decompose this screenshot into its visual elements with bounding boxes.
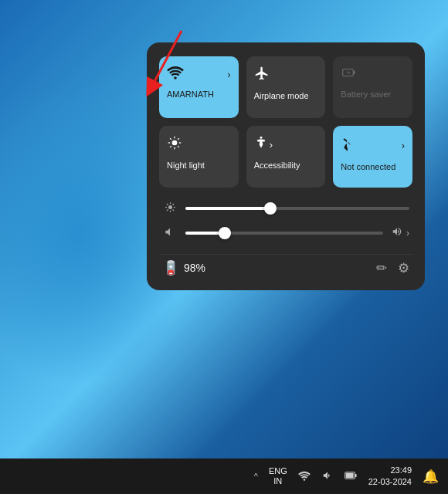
date-display: 22-03-2024 bbox=[368, 476, 412, 488]
night-light-tile[interactable]: Night light bbox=[159, 126, 239, 188]
battery-info: 🪫 98% bbox=[162, 259, 205, 276]
bluetooth-icon bbox=[341, 135, 353, 156]
svg-line-13 bbox=[170, 146, 171, 147]
edit-icon[interactable]: ✏ bbox=[376, 260, 387, 276]
volume-icon bbox=[162, 226, 178, 240]
quick-settings-panel: › AMARNATH Airplane mode bbox=[147, 42, 425, 290]
svg-line-11 bbox=[178, 146, 179, 147]
airplane-icon bbox=[254, 66, 270, 85]
bluetooth-chevron-icon: › bbox=[402, 140, 405, 151]
svg-point-2 bbox=[174, 76, 177, 80]
system-tray-chevron[interactable]: ^ bbox=[254, 472, 258, 481]
time-display: 23:49 bbox=[390, 465, 412, 476]
brightness-slider-row bbox=[162, 201, 409, 215]
svg-point-5 bbox=[172, 140, 178, 146]
battery-icon: 🪫 bbox=[162, 259, 179, 276]
accessibility-tile[interactable]: › Accessibility bbox=[246, 126, 326, 188]
taskbar: ^ ENG IN 23:49 bbox=[0, 458, 448, 494]
svg-rect-27 bbox=[345, 472, 353, 477]
bottom-icons-group: ✏ ⚙ bbox=[376, 260, 409, 276]
wifi-tile[interactable]: › AMARNATH bbox=[159, 56, 239, 118]
accessibility-label: Accessibility bbox=[254, 161, 300, 171]
volume-track[interactable] bbox=[185, 232, 383, 235]
volume-chevron-right[interactable]: › bbox=[406, 228, 409, 239]
brightness-icon bbox=[162, 201, 178, 215]
settings-icon[interactable]: ⚙ bbox=[398, 260, 409, 276]
svg-line-12 bbox=[178, 138, 179, 140]
tiles-grid: › AMARNATH Airplane mode bbox=[159, 56, 412, 188]
lang-line2: IN bbox=[273, 476, 282, 486]
svg-line-23 bbox=[167, 210, 168, 211]
accessibility-chevron-icon: › bbox=[270, 139, 273, 151]
airplane-mode-tile[interactable]: Airplane mode bbox=[246, 56, 326, 118]
brightness-fill bbox=[185, 207, 270, 210]
svg-rect-26 bbox=[355, 473, 356, 476]
language-indicator[interactable]: ENG IN bbox=[269, 466, 287, 486]
volume-slider-row: › bbox=[162, 226, 409, 240]
svg-point-24 bbox=[303, 479, 305, 481]
svg-point-15 bbox=[168, 205, 172, 209]
volume-end-controls: › bbox=[391, 226, 409, 240]
wifi-label: AMARNATH bbox=[167, 90, 214, 100]
battery-saver-label: Battery saver bbox=[341, 90, 391, 100]
bluetooth-tile[interactable]: › Not connected bbox=[333, 126, 412, 188]
svg-rect-4 bbox=[354, 71, 355, 75]
battery-percent: 98% bbox=[184, 262, 205, 274]
night-light-label: Night light bbox=[167, 161, 205, 171]
airplane-mode-label: Airplane mode bbox=[254, 91, 309, 101]
brightness-thumb[interactable] bbox=[264, 202, 277, 215]
bluetooth-not-connected-label: Not connected bbox=[341, 162, 395, 172]
datetime-display[interactable]: 23:49 22-03-2024 bbox=[368, 465, 412, 489]
volume-thumb[interactable] bbox=[219, 227, 231, 239]
battery-saver-tile[interactable]: Battery saver bbox=[333, 56, 412, 118]
night-light-icon bbox=[167, 135, 182, 154]
panel-bottom-bar: 🪫 98% ✏ ⚙ bbox=[159, 254, 412, 278]
accessibility-icon bbox=[254, 135, 268, 154]
svg-line-21 bbox=[172, 210, 173, 211]
brightness-track[interactable] bbox=[185, 207, 409, 210]
wifi-icon bbox=[167, 66, 184, 83]
svg-line-10 bbox=[170, 138, 171, 140]
svg-point-14 bbox=[260, 137, 262, 139]
svg-line-20 bbox=[167, 204, 168, 205]
lang-line1: ENG bbox=[269, 466, 287, 476]
taskbar-battery-icon[interactable] bbox=[344, 470, 358, 483]
battery-saver-icon bbox=[341, 66, 358, 83]
notification-bell-icon[interactable]: 🔔 bbox=[423, 469, 439, 485]
svg-line-22 bbox=[172, 204, 173, 205]
taskbar-volume-icon[interactable] bbox=[321, 470, 334, 483]
sliders-section: › bbox=[159, 201, 412, 240]
wifi-chevron-icon: › bbox=[227, 69, 230, 80]
taskbar-center-icons: ^ ENG IN 23:49 bbox=[254, 465, 439, 489]
volume-settings-icon bbox=[391, 226, 403, 240]
taskbar-wifi-icon[interactable] bbox=[298, 470, 311, 483]
